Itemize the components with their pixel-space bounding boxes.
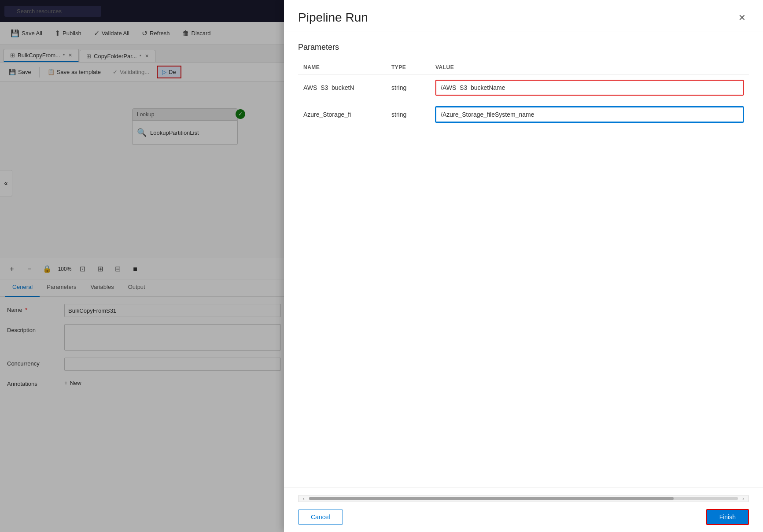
required-indicator: * — [25, 307, 27, 313]
tab-output[interactable]: Output — [121, 280, 152, 297]
scroll-right-arrow[interactable]: › — [740, 495, 747, 502]
dialog-title: Pipeline Run — [298, 11, 368, 25]
separator-1 — [39, 67, 40, 78]
validate-all-button[interactable]: ✓ Validate All — [88, 26, 135, 40]
col-header-name: NAME — [298, 61, 386, 74]
chevron-left-icon: « — [4, 180, 8, 187]
discard-button[interactable]: 🗑 Discard — [177, 27, 216, 40]
zoom-100-button[interactable]: 100% — [58, 262, 71, 276]
canvas-area: « Lookup 🔍 LookupPartitionList ✓ — [0, 82, 288, 258]
name-input[interactable] — [64, 304, 281, 317]
param-type-0: string — [386, 74, 430, 101]
annotations-row: Annotations + New — [7, 378, 281, 388]
scroll-track — [309, 497, 738, 500]
activity-node-body: 🔍 LookupPartitionList — [132, 121, 238, 145]
refresh-icon: ↺ — [142, 29, 147, 37]
zoom-fit-button[interactable]: ⊡ — [76, 262, 89, 276]
pipeline-run-dialog: Pipeline Run ✕ Parameters NAME TYPE VALU… — [284, 0, 763, 532]
params-table-header-row: NAME TYPE VALUE — [298, 61, 749, 74]
separator-2 — [109, 67, 109, 78]
dialog-body: Parameters NAME TYPE VALUE AWS_S3_bucket… — [284, 32, 763, 488]
save-inner-icon: 💾 — [9, 69, 16, 75]
params-table: NAME TYPE VALUE AWS_S3_bucketN string Az… — [298, 61, 749, 128]
description-label: Description — [7, 324, 64, 333]
horizontal-scrollbar[interactable]: ‹ › — [298, 495, 749, 502]
tab-general[interactable]: General — [5, 280, 40, 297]
new-annotation-button[interactable]: + New — [64, 378, 81, 388]
tab-variables[interactable]: Variables — [83, 280, 121, 297]
params-table-body: AWS_S3_bucketN string Azure_Storage_fi s… — [298, 74, 749, 128]
publish-button[interactable]: ⬆ Publish — [49, 26, 87, 40]
dialog-close-button[interactable]: ✕ — [735, 11, 749, 25]
param-type-1: string — [386, 101, 430, 128]
add-node-button[interactable]: + — [5, 262, 18, 276]
dialog-actions: Cancel Finish — [298, 509, 749, 525]
scroll-left-arrow[interactable]: ‹ — [300, 495, 307, 502]
param-name-1: Azure_Storage_fi — [298, 101, 386, 128]
tabs-row: ⊞ BulkCopyFrom... * ✕ ⊞ CopyFolderPar...… — [0, 45, 288, 63]
tab-copy-folder[interactable]: ⊞ CopyFolderPar... * ✕ — [80, 50, 155, 62]
hierarchy-button[interactable]: ⊟ — [111, 262, 124, 276]
dialog-footer: ‹ › Cancel Finish — [284, 488, 763, 532]
col-header-value: VALUE — [430, 61, 749, 74]
sidebar-collapse-button[interactable]: « — [0, 170, 12, 196]
save-as-template-button[interactable]: 📋 Save as template — [43, 66, 105, 78]
inner-toolbar: 💾 Save 📋 Save as template ✓ Validating..… — [0, 63, 288, 82]
lock-button[interactable]: 🔒 — [41, 262, 54, 276]
dialog-header: Pipeline Run ✕ — [284, 0, 763, 32]
save-icon: 💾 — [11, 29, 19, 37]
properties-tabs: General Parameters Variables Output — [0, 280, 288, 297]
name-row: Name * — [7, 304, 281, 317]
layers-button[interactable]: ■ — [129, 262, 142, 276]
play-icon: ▷ — [162, 69, 166, 75]
check-icon-2: ✓ — [113, 69, 118, 75]
debug-button[interactable]: ▷ De — [157, 66, 181, 78]
activity-success-badge: ✓ — [236, 109, 245, 119]
search-wrapper: 🔍 — [4, 6, 101, 17]
template-icon: 📋 — [48, 69, 55, 75]
annotations-label: Annotations — [7, 378, 64, 387]
save-button[interactable]: 💾 Save — [4, 66, 36, 78]
concurrency-input[interactable] — [64, 358, 281, 371]
param-name-0: AWS_S3_bucketN — [298, 74, 386, 101]
publish-icon: ⬆ — [55, 29, 60, 37]
param-row-0: AWS_S3_bucketN string — [298, 74, 749, 101]
tab-bulk-copy[interactable]: ⊞ BulkCopyFrom... * ✕ — [4, 49, 79, 62]
name-label: Name * — [7, 304, 64, 313]
concurrency-row: Concurrency — [7, 358, 281, 371]
tab-icon-1: ⊞ — [10, 52, 15, 59]
validating-status: ✓ Validating... — [113, 69, 149, 75]
close-icon: ✕ — [738, 12, 746, 23]
refresh-button[interactable]: ↺ Refresh — [136, 26, 175, 40]
description-row: Description — [7, 324, 281, 351]
plus-icon: + — [64, 380, 68, 386]
discard-icon: 🗑 — [182, 30, 189, 37]
layout-button[interactable]: ⊞ — [93, 262, 107, 276]
remove-node-button[interactable]: − — [23, 262, 36, 276]
param-value-cell-1 — [430, 101, 749, 128]
properties-panel: Name * Description Concurrency Annotatio… — [0, 297, 288, 402]
lookup-icon: 🔍 — [137, 128, 147, 137]
tab-parameters[interactable]: Parameters — [40, 280, 83, 297]
param-value-input-0[interactable] — [435, 80, 744, 96]
cancel-button[interactable]: Cancel — [298, 510, 343, 525]
top-bar: 🔍 — [0, 0, 288, 22]
scroll-thumb — [309, 497, 674, 500]
concurrency-label: Concurrency — [7, 358, 64, 367]
finish-button[interactable]: Finish — [706, 509, 749, 525]
search-input[interactable] — [4, 6, 101, 17]
check-icon: ✓ — [94, 29, 100, 37]
close-tab-1[interactable]: ✕ — [68, 52, 72, 58]
description-input[interactable] — [64, 324, 281, 351]
check-success-icon: ✓ — [238, 111, 243, 117]
activity-node-header: Lookup — [132, 108, 238, 121]
close-tab-2[interactable]: ✕ — [145, 53, 149, 59]
left-panel: 🔍 💾 Save All ⬆ Publish ✓ Validate All ↺ … — [0, 0, 288, 532]
save-all-button[interactable]: 💾 Save All — [5, 26, 48, 40]
param-value-input-1[interactable] — [435, 107, 744, 122]
col-header-type: TYPE — [386, 61, 430, 74]
mini-toolbar: + − 🔒 100% ⊡ ⊞ ⊟ ■ — [0, 258, 288, 280]
param-row-1: Azure_Storage_fi string — [298, 101, 749, 128]
separator-3 — [153, 67, 153, 78]
param-value-cell-0 — [430, 74, 749, 101]
